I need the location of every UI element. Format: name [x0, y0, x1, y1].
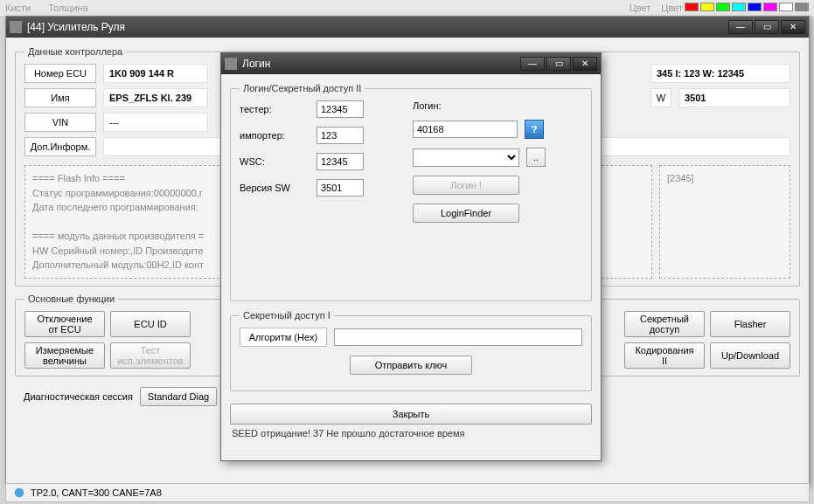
right-label-2: W — [651, 88, 671, 107]
svg-point-0 — [15, 488, 24, 498]
send-key-button[interactable]: Отправить ключ — [350, 356, 472, 375]
color-swatch[interactable] — [748, 3, 762, 11]
swver-label: Версия SW — [240, 183, 310, 193]
host-label-color1: Цвет — [630, 3, 651, 13]
coding2-button[interactable]: Кодирования II — [624, 342, 705, 369]
test-elements-button: Тест исп.элементов — [110, 342, 191, 369]
swver-input[interactable] — [317, 179, 364, 197]
tester-label: тестер: — [240, 104, 310, 114]
login-label: Логин: — [413, 100, 442, 111]
status-text: TP2.0, CANT=300 CANE=7A8 — [31, 487, 162, 498]
login-titlebar[interactable]: Логин — ▭ ✕ — [221, 53, 601, 74]
color-swatch[interactable] — [716, 3, 730, 11]
maximize-button[interactable]: ▭ — [755, 20, 779, 34]
seed-error-message: SEED отрицание! 37 Не прошло достаточное… — [230, 425, 592, 438]
flasher-button[interactable]: Flasher — [710, 311, 790, 337]
importer-input[interactable] — [317, 127, 364, 144]
ecu-number-label: Номер ECU — [24, 64, 96, 83]
host-toolbar: Кисти Толщина Цвет Цвет — [0, 0, 814, 16]
dialog-icon — [225, 58, 237, 70]
host-label-brushes: Кисти — [5, 3, 31, 13]
addinfo-label: Доп.Информ. — [24, 137, 96, 156]
login-title: Логин — [242, 58, 518, 70]
loginfinder-button[interactable]: LoginFinder — [413, 204, 519, 223]
close-button[interactable]: ✕ — [781, 20, 805, 34]
host-label-thickness: Толщина — [48, 3, 88, 13]
main-title: [44] Усилитель Руля — [27, 21, 727, 33]
measured-values-button[interactable]: Измеряемые величины — [24, 342, 105, 369]
importer-label: импортер: — [240, 130, 310, 141]
ecu-number-value: 1K0 909 144 R — [103, 64, 208, 83]
diag-session-label: Диагностическая сессия — [24, 391, 133, 402]
name-label: Имя — [24, 88, 96, 107]
color-swatch[interactable] — [779, 3, 793, 11]
main-titlebar[interactable]: [44] Усилитель Руля — ▭ ✕ — [6, 17, 809, 38]
right-value-2: 3501 — [678, 88, 790, 107]
minimize-button[interactable]: — — [728, 20, 753, 34]
main-functions-legend: Основные функции — [24, 293, 118, 304]
secret-access-1-group: Секретный доступ I Алгоритм (Hex) Отправ… — [230, 310, 592, 391]
close-dialog-button[interactable]: Закрыть — [230, 404, 592, 425]
login-submit-button: Логин ! — [413, 176, 519, 195]
color-swatch[interactable] — [763, 3, 777, 11]
login-dialog: Логин — ▭ ✕ Логин/Секретный доступ II те… — [220, 52, 602, 461]
status-bar: TP2.0, CANT=300 CANE=7A8 — [5, 483, 810, 502]
controller-data-legend: Данные контроллера — [24, 46, 126, 57]
help-button[interactable]: ? — [525, 120, 544, 139]
login-secret-2-group: Логин/Секретный доступ II тестер: импорт… — [230, 83, 592, 301]
name-value: EPS_ZFLS Kl. 239 — [103, 88, 208, 107]
color-swatch[interactable] — [700, 3, 714, 11]
flash-info-right: [2345] — [659, 165, 790, 279]
tester-input[interactable] — [317, 100, 364, 118]
color-swatch[interactable] — [732, 3, 746, 11]
ecu-id-button[interactable]: ECU ID — [110, 311, 191, 337]
secret-access-button[interactable]: Секретный доступ — [624, 311, 705, 337]
app-icon — [10, 21, 22, 33]
login-input[interactable] — [413, 121, 518, 138]
login-combo[interactable] — [413, 148, 519, 167]
algorithm-label: Алгоритм (Hex) — [240, 328, 327, 347]
updownload-button[interactable]: Up/Download — [710, 342, 790, 369]
disconnect-ecu-button[interactable]: Отключение от ECU — [24, 311, 105, 337]
vin-label: VIN — [24, 113, 96, 132]
color-swatch[interactable] — [685, 3, 699, 11]
right-value-1: 345 I: 123 W: 12345 — [651, 64, 790, 83]
dialog-close-button[interactable]: ✕ — [573, 57, 597, 71]
secret-access-1-legend: Секретный доступ I — [240, 310, 334, 321]
standard-diag-button[interactable]: Standard Diag — [140, 387, 217, 406]
connection-icon — [13, 487, 25, 499]
vin-value: --- — [103, 113, 208, 132]
login-secret-2-legend: Логин/Секретный доступ II — [240, 83, 365, 93]
algorithm-input[interactable] — [334, 328, 582, 346]
dialog-minimize-button[interactable]: — — [520, 57, 545, 71]
wsc-label: WSC: — [240, 156, 310, 167]
color-swatch[interactable] — [795, 3, 809, 11]
ellipsis-button[interactable]: .. — [526, 148, 546, 167]
host-label-color2: Цвет — [661, 3, 683, 13]
dialog-maximize-button[interactable]: ▭ — [546, 57, 571, 71]
wsc-input[interactable] — [317, 153, 364, 170]
